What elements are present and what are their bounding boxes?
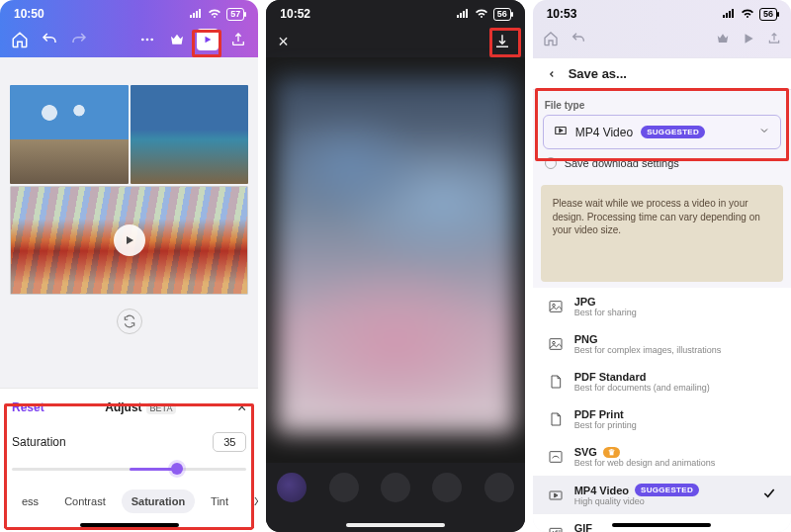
- panel-preview: 10:52 56 ×: [266, 0, 524, 532]
- image-tile-2[interactable]: [131, 85, 249, 184]
- panel-saveas: 10:53 56 Save as... File type MP4 Video …: [533, 0, 791, 532]
- video-icon: [547, 487, 565, 504]
- status-bar: 10:50 57: [0, 0, 258, 28]
- sync-icon[interactable]: [117, 309, 142, 334]
- home-indicator: [612, 523, 711, 527]
- video-icon: [554, 124, 568, 140]
- home-indicator: [80, 523, 179, 527]
- svg-point-0: [141, 39, 144, 42]
- check-icon: [761, 486, 777, 504]
- svg-point-7: [552, 341, 555, 344]
- more-icon[interactable]: [137, 30, 157, 49]
- wifi-icon: [475, 9, 488, 19]
- svg-icon: [547, 448, 565, 466]
- chevron-down-icon: [758, 125, 770, 139]
- wifi-icon: [741, 9, 754, 19]
- filetype-label: File type: [545, 100, 779, 111]
- adjust-sheet: Reset AdjustBETA × Saturation 35 ess Con…: [0, 388, 258, 532]
- video-tile[interactable]: [10, 186, 248, 295]
- pro-badge: ♛: [603, 447, 620, 458]
- toolbar-icon[interactable]: [277, 473, 307, 502]
- signal-icon: [189, 9, 203, 19]
- filetype-select[interactable]: MP4 Video SUGGESTED: [543, 115, 781, 149]
- toolbar-icon[interactable]: [329, 473, 359, 502]
- status-time: 10:52: [280, 7, 310, 21]
- image-icon: [547, 335, 565, 353]
- processing-message: Please wait while we process a video in …: [541, 185, 783, 282]
- param-label: Saturation: [12, 435, 66, 449]
- battery-icon: 56: [493, 8, 511, 21]
- undo-icon[interactable]: [40, 30, 59, 49]
- document-icon: [547, 410, 565, 428]
- toolbar-icon[interactable]: [381, 473, 410, 502]
- svg-point-1: [146, 39, 149, 42]
- home-icon[interactable]: [543, 31, 559, 49]
- image-tile-1[interactable]: [10, 85, 129, 184]
- tab-tint[interactable]: Tint: [201, 489, 238, 513]
- suggested-badge: SUGGESTED: [641, 126, 705, 138]
- preview-toolbar: [266, 463, 524, 532]
- adjust-tabs: ess Contrast Saturation Tint X-Proce: [12, 489, 246, 519]
- close-icon[interactable]: ×: [278, 32, 289, 52]
- play-icon[interactable]: [742, 32, 755, 48]
- save-as-header[interactable]: Save as...: [533, 57, 791, 90]
- panel-adjust: 10:50 57: [0, 0, 258, 532]
- close-icon[interactable]: ×: [237, 399, 246, 416]
- signal-icon: [456, 9, 470, 19]
- format-mp4[interactable]: MP4 VideoSUGGESTEDHigh quality video: [533, 476, 791, 514]
- preview-header: 10:52 56 ×: [266, 0, 524, 57]
- svg-rect-4: [550, 302, 562, 312]
- export-icon[interactable]: [228, 30, 248, 49]
- svg-point-5: [552, 304, 555, 307]
- status-bar: 10:53 56: [533, 0, 791, 28]
- svg-rect-8: [550, 452, 562, 463]
- battery-icon: 57: [226, 8, 244, 21]
- svg-rect-6: [550, 339, 562, 350]
- format-jpg[interactable]: JPGBest for sharing: [533, 288, 791, 325]
- tab-contrast[interactable]: Contrast: [54, 489, 116, 513]
- format-pdf-standard[interactable]: PDF StandardBest for documents (and emai…: [533, 363, 791, 400]
- download-button[interactable]: [491, 31, 513, 52]
- image-icon: [547, 298, 565, 315]
- chevron-left-icon: [545, 67, 559, 81]
- saturation-slider[interactable]: [12, 462, 246, 476]
- status-bar: 10:52 56: [266, 0, 524, 28]
- crown-icon[interactable]: [716, 32, 730, 48]
- export-icon[interactable]: [767, 32, 781, 48]
- status-time: 10:53: [547, 7, 577, 21]
- save-settings-checkbox[interactable]: Save download settings: [543, 149, 781, 173]
- toolbar-icon[interactable]: [432, 473, 462, 502]
- save-as-title: Save as...: [569, 66, 627, 81]
- signal-icon: [722, 9, 736, 19]
- filetype-value: MP4 Video: [575, 126, 633, 139]
- tab-brightness[interactable]: ess: [12, 489, 48, 513]
- param-value[interactable]: 35: [213, 432, 246, 452]
- app-header: 10:50 57: [0, 0, 258, 57]
- undo-icon[interactable]: [571, 31, 586, 49]
- status-time: 10:50: [14, 7, 44, 21]
- format-pdf-print[interactable]: PDF PrintBest for printing: [533, 400, 791, 438]
- video-preview[interactable]: [276, 77, 514, 433]
- adjust-title: AdjustBETA: [105, 400, 176, 414]
- battery-icon: 56: [759, 8, 777, 21]
- reset-button[interactable]: Reset: [12, 400, 44, 414]
- app-header: 10:53 56: [533, 0, 791, 57]
- format-list: JPGBest for sharing PNGBest for complex …: [533, 288, 791, 532]
- wifi-icon: [208, 9, 221, 19]
- redo-icon[interactable]: [69, 30, 89, 49]
- svg-point-2: [151, 39, 154, 42]
- format-png[interactable]: PNGBest for complex images, illustration…: [533, 325, 791, 363]
- home-indicator: [346, 523, 445, 527]
- tab-xprocess[interactable]: X-Proce: [244, 489, 258, 513]
- home-icon[interactable]: [10, 30, 30, 49]
- format-svg[interactable]: SVG♛Best for web design and animations: [533, 438, 791, 476]
- radio-icon: [545, 157, 557, 169]
- play-button[interactable]: [197, 29, 219, 50]
- tab-saturation[interactable]: Saturation: [122, 489, 195, 513]
- toolbar-icon[interactable]: [484, 473, 514, 502]
- crown-icon[interactable]: [167, 30, 187, 49]
- document-icon: [547, 373, 565, 391]
- video-play-icon[interactable]: [114, 224, 145, 256]
- design-canvas[interactable]: [0, 57, 258, 334]
